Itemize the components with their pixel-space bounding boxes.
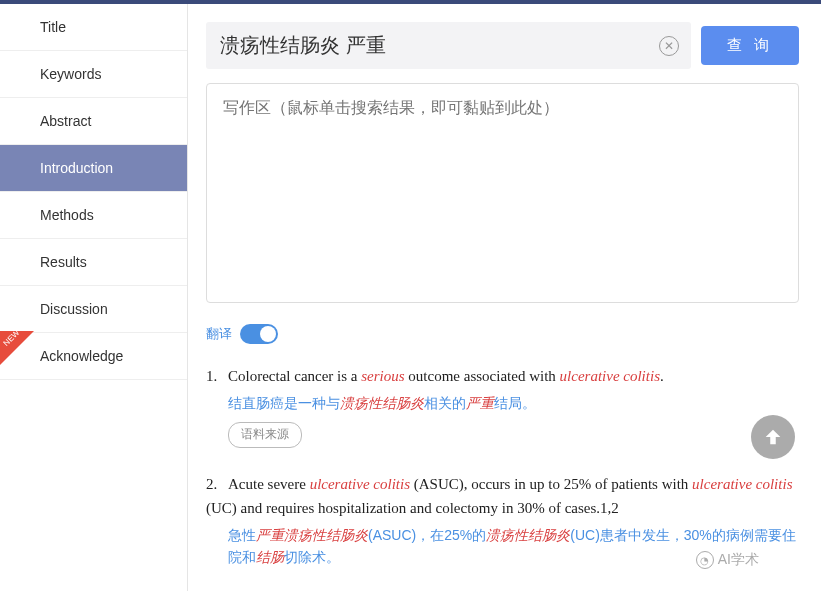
- sidebar-item-abstract[interactable]: Abstract: [0, 98, 187, 145]
- sidebar-item-methods[interactable]: Methods: [0, 192, 187, 239]
- source-button[interactable]: 语料来源: [228, 422, 302, 447]
- result-item[interactable]: 1.Colorectal cancer is a serious outcome…: [206, 364, 799, 448]
- sidebar-item-discussion[interactable]: Discussion: [0, 286, 187, 333]
- watermark-text: AI学术: [718, 551, 759, 569]
- sidebar-item-acknowledge[interactable]: NEW Acknowledge: [0, 333, 187, 380]
- result-number: 1.: [206, 364, 228, 388]
- translate-toggle[interactable]: [240, 324, 278, 344]
- translate-row: 翻译: [206, 324, 799, 344]
- writing-area[interactable]: [206, 83, 799, 303]
- sidebar-item-label: Acknowledge: [40, 348, 123, 364]
- result-number: 2.: [206, 472, 228, 496]
- result-en-text: 2.Acute severe ulcerative colitis (ASUC)…: [206, 476, 792, 516]
- result-en-text: 1.Colorectal cancer is a serious outcome…: [206, 368, 664, 384]
- scroll-top-button[interactable]: [751, 415, 795, 459]
- sidebar-item-introduction[interactable]: Introduction: [0, 145, 187, 192]
- watermark: ◔ AI学术: [696, 551, 759, 569]
- search-input[interactable]: [206, 22, 691, 69]
- clear-icon[interactable]: ✕: [659, 36, 679, 56]
- sidebar-item-results[interactable]: Results: [0, 239, 187, 286]
- translate-label: 翻译: [206, 325, 232, 343]
- sidebar: Title Keywords Abstract Introduction Met…: [0, 4, 188, 591]
- new-badge-icon: NEW: [0, 331, 34, 367]
- sidebar-item-title[interactable]: Title: [0, 4, 187, 51]
- search-row: ✕ 查 询: [206, 22, 799, 69]
- main-panel: ✕ 查 询 翻译 1.Colorectal cancer is a seriou…: [188, 4, 821, 591]
- container: Title Keywords Abstract Introduction Met…: [0, 4, 821, 591]
- query-button[interactable]: 查 询: [701, 26, 799, 65]
- wechat-icon: ◔: [696, 551, 714, 569]
- arrow-up-icon: [762, 426, 784, 448]
- result-zh-text: 结直肠癌是一种与溃疡性结肠炎相关的严重结局。: [228, 392, 799, 414]
- sidebar-item-keywords[interactable]: Keywords: [0, 51, 187, 98]
